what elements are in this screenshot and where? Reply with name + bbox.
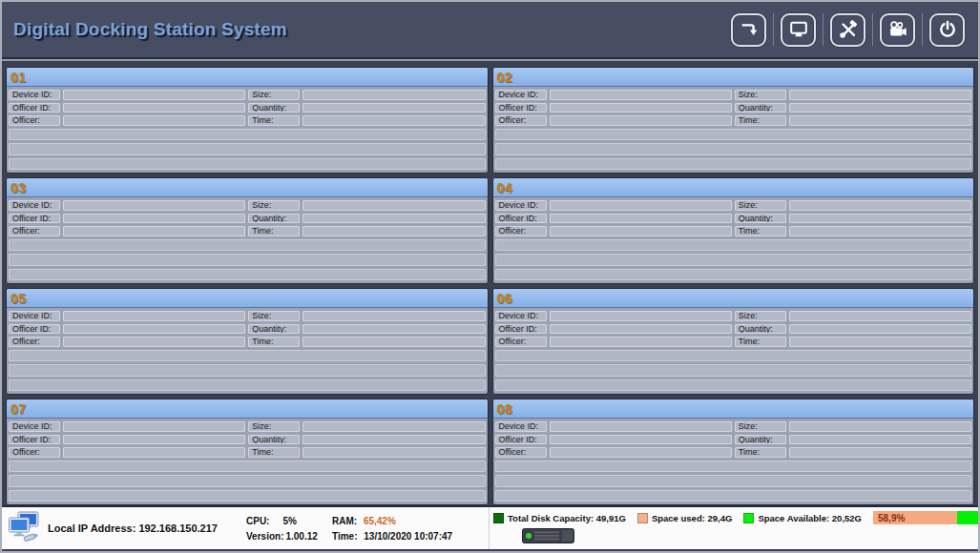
officer-value [550,447,732,458]
local-ip-value: 192.168.150.217 [138,522,218,534]
local-ip-label: Local IP Address: [48,522,136,534]
panel-number: 02 [497,70,513,85]
power-button[interactable] [929,13,965,47]
quantity-value [789,324,971,335]
quantity-value [302,214,485,224]
device-id-label: Device ID: [495,90,547,100]
empty-row [9,379,486,392]
time-label: Time: [248,226,300,236]
status-left: Local IP Address: 192.168.150.217 CPU: 5… [2,507,489,549]
panel-row-officer: Officer: Time: [495,226,972,236]
officer-value [63,226,245,236]
size-value [789,90,971,100]
space-used-color-swatch [637,513,648,523]
officer-id-label: Officer ID: [495,324,547,335]
monitor-button[interactable] [781,13,816,47]
video-camera-button[interactable] [880,13,915,47]
empty-row [9,269,486,281]
app-title: Digital Docking Station System [13,19,287,40]
dock-slot-panel: 06 Device ID: Size: Officer ID: Quantity… [492,288,975,395]
quantity-label: Quantity: [248,214,300,224]
panel-header: 05 [7,289,488,308]
dock-slot-panel: 04 Device ID: Size: Officer ID: Quantity… [492,177,975,284]
officer-value [63,447,245,458]
disk-usage-progress-bar: 58,9% [873,511,980,524]
panel-body: Device ID: Size: Officer ID: Quantity: O… [7,197,488,283]
size-label: Size: [735,90,786,100]
panel-row-device: Device ID: Size: [9,200,486,211]
disk-legend-row: Total Disk Capacity: 49,91G Space used: … [493,510,980,525]
officer-label: Officer: [495,337,547,347]
device-id-value [63,311,245,321]
officer-id-value [63,324,245,335]
empty-row [495,364,972,377]
toolbar-divider [872,13,873,46]
space-available-label: Space Available: 20,52G [758,513,862,523]
device-id-value [63,90,245,100]
version-value: 1.00.12 [285,531,317,542]
toolbar-divider [773,13,774,46]
panel-header: 03 [7,178,488,197]
ram-value: 65,42% [364,516,396,526]
officer-id-label: Officer ID: [9,214,60,224]
toolbar-divider [823,13,824,46]
space-available-color-swatch [743,513,754,523]
time-value [789,337,971,347]
time-value [302,337,485,347]
device-id-value [63,421,245,432]
officer-label: Officer: [9,115,60,126]
local-ip-address: Local IP Address: 192.168.150.217 [48,522,246,534]
device-id-label: Device ID: [495,421,547,432]
empty-row [495,475,972,487]
total-disk-color-swatch [493,513,504,523]
panel-row-officer-id: Officer ID: Quantity: [495,103,972,113]
dock-slot-panel: 02 Device ID: Size: Officer ID: Quantity… [492,67,975,174]
time-value [789,226,971,236]
quantity-label: Quantity: [735,214,786,224]
officer-value [550,115,732,126]
officer-id-value [550,324,732,335]
officer-id-label: Officer ID: [495,435,547,445]
empty-row [495,158,972,171]
quantity-label: Quantity: [735,435,786,445]
officer-label: Officer: [9,447,60,458]
panel-row-device: Device ID: Size: [495,311,972,321]
panel-row-officer: Officer: Time: [495,447,972,458]
officer-id-value [63,103,245,113]
time-value [789,447,971,458]
size-value [789,311,971,321]
empty-row [9,158,486,171]
tools-button[interactable] [830,13,865,47]
officer-label: Officer: [495,447,547,458]
officer-label: Officer: [495,115,547,126]
officer-id-label: Officer ID: [495,214,547,224]
panel-row-officer: Officer: Time: [9,115,486,126]
server-row [493,528,980,547]
app-window: Digital Docking Station System [0,0,980,553]
empty-row [495,269,972,281]
forward-down-arrow-button[interactable] [731,13,766,47]
cpu-value: 5% [282,516,296,526]
size-label: Size: [248,421,300,432]
panel-row-officer-id: Officer ID: Quantity: [9,324,486,335]
quantity-value [789,103,971,113]
empty-row [495,490,972,502]
officer-id-label: Officer ID: [9,324,60,335]
panel-body: Device ID: Size: Officer ID: Quantity: O… [7,308,488,394]
status-bar: Local IP Address: 192.168.150.217 CPU: 5… [2,505,978,549]
device-id-value [550,90,732,100]
size-label: Size: [248,311,300,321]
time-label: Time: [248,447,300,458]
system-info-row-2: Version: 1.00.12 Time: 13/10/2020 10:07:… [246,531,452,542]
empty-row [9,239,486,252]
time-label: Time: [735,226,786,236]
officer-id-value [63,214,245,224]
panel-body: Device ID: Size: Officer ID: Quantity: O… [7,87,488,173]
quantity-value [302,103,485,113]
device-id-label: Device ID: [9,421,60,432]
panel-header: 04 [493,178,974,197]
system-info: CPU: 5% RAM: 65,42% Version: 1.00.12 [246,516,452,542]
device-id-value [63,200,245,211]
panel-number: 06 [497,291,513,306]
size-value [302,421,485,432]
